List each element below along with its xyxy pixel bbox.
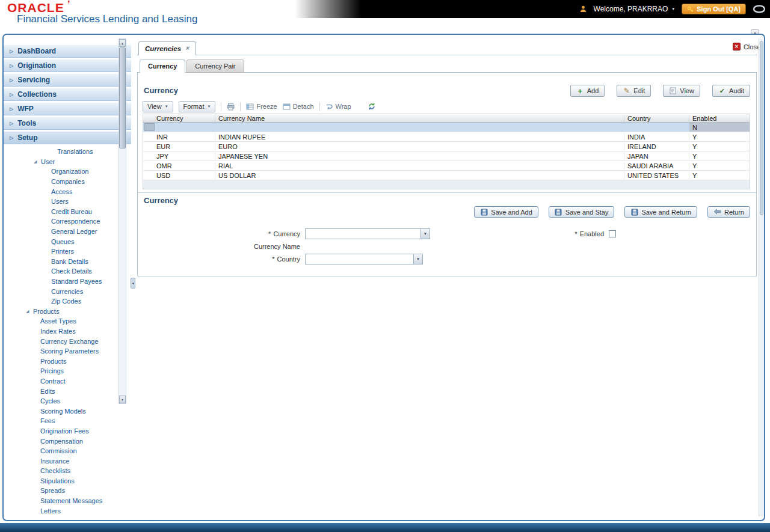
save-and-stay-button[interactable]: Save and Stay: [549, 206, 615, 218]
sidebar-item-servicing[interactable]: ▷Servicing: [4, 73, 131, 87]
save-and-add-button[interactable]: Save and Add: [474, 206, 538, 218]
audit-button[interactable]: ✔ Audit: [712, 85, 750, 97]
tab-currency[interactable]: Currency: [140, 60, 185, 73]
column-header-enabled[interactable]: Enabled: [689, 115, 750, 122]
tree-item-insurance[interactable]: Insurance: [4, 456, 131, 466]
tree-item-currencies[interactable]: Currencies: [4, 286, 131, 296]
column-header-country[interactable]: Country: [624, 115, 689, 122]
detach-button[interactable]: Detach: [283, 103, 314, 111]
tree-item-asset-types[interactable]: Asset Types: [4, 316, 131, 326]
edit-button[interactable]: ✎ Edit: [617, 85, 651, 97]
table-row[interactable]: USDUS DOLLARUNITED STATESY: [143, 171, 750, 180]
tree-item-stipulations[interactable]: Stipulations: [4, 476, 131, 486]
save-icon: [555, 208, 562, 216]
scrollbar-thumb[interactable]: [760, 41, 763, 215]
tree-item-bank-details[interactable]: Bank Details: [4, 257, 131, 267]
print-button[interactable]: [227, 103, 235, 111]
table-row[interactable]: EUREUROIRELANDY: [143, 142, 750, 151]
tree-item-commission[interactable]: Commission: [4, 446, 131, 456]
tree-item-check-details[interactable]: Check Details: [4, 266, 131, 277]
tree-item-currency-exchange[interactable]: Currency Exchange: [4, 336, 131, 346]
tree-item-correspondence[interactable]: Correspondence: [4, 216, 131, 227]
view-menu-button[interactable]: View ▼: [143, 101, 173, 112]
scroll-down-button[interactable]: ▼: [119, 396, 126, 403]
audit-button-label: Audit: [729, 87, 744, 94]
close-label: Close: [744, 43, 760, 50]
sign-out-button[interactable]: Sign Out [QA]: [682, 4, 746, 14]
wrap-button[interactable]: Wrap: [325, 103, 351, 111]
enabled-checkbox[interactable]: [609, 230, 616, 237]
tree-item-edits[interactable]: Edits: [4, 386, 131, 396]
tree-item-origination-fees[interactable]: Origination Fees: [4, 426, 131, 436]
table-row[interactable]: INRINDIAN RUPEEINDIAY: [143, 132, 750, 142]
tree-item-users[interactable]: Users: [4, 197, 131, 207]
tree-item-statement-messages[interactable]: Statement Messages: [4, 496, 131, 506]
tree-item-companies[interactable]: Companies: [4, 177, 131, 187]
tree-item-queues[interactable]: Queues: [4, 236, 131, 246]
tree-expand-icon[interactable]: ◢: [34, 159, 41, 164]
sidebar-item-tools[interactable]: ▷Tools: [4, 117, 131, 130]
tree-item-spreads[interactable]: Spreads: [4, 486, 131, 496]
currency-dropdown: ▼: [305, 228, 430, 239]
scrollbar-thumb[interactable]: [119, 47, 126, 148]
sidebar-item-dashboard[interactable]: ▷DashBoard: [4, 44, 131, 58]
tree-item-cycles[interactable]: Cycles: [4, 396, 131, 406]
tree-item-pricings[interactable]: Pricings: [4, 366, 131, 376]
view-button-label: View: [680, 87, 694, 94]
tree-item-products[interactable]: ◢Products: [4, 307, 131, 317]
refresh-button[interactable]: [368, 102, 376, 111]
tree-item-zip-codes[interactable]: Zip Codes: [4, 296, 131, 307]
wrap-label: Wrap: [336, 103, 351, 110]
country-input[interactable]: [305, 254, 413, 264]
sidebar-item-origination[interactable]: ▷Origination: [4, 59, 131, 72]
user-menu[interactable]: Welcome, PRAKRRAO ▼: [594, 5, 676, 13]
tab-currency-pair[interactable]: Currency Pair: [186, 60, 244, 73]
tree-item-scoring-models[interactable]: Scoring Models: [4, 406, 131, 416]
tab-close-icon[interactable]: ✕: [185, 46, 189, 51]
tree-item-products[interactable]: Products: [4, 356, 131, 366]
tree-item-access[interactable]: Access: [4, 186, 131, 197]
add-button[interactable]: + Add: [570, 85, 605, 97]
sidebar-item-setup[interactable]: ▷Setup: [4, 131, 131, 144]
tree-item-general-ledger[interactable]: General Ledger: [4, 227, 131, 237]
tree-item-credit-bureau[interactable]: Credit Bureau: [4, 207, 131, 217]
sidebar-item-wfp[interactable]: ▷WFP: [4, 102, 131, 115]
power-icon[interactable]: [753, 5, 766, 13]
return-button[interactable]: Return: [707, 206, 750, 218]
tree-item-letters[interactable]: Letters: [4, 506, 131, 516]
tree-item-label: User: [41, 158, 55, 165]
freeze-button[interactable]: Freeze: [246, 103, 277, 111]
table-row[interactable]: OMRRIALSAUDI ARABIAY: [143, 161, 750, 171]
sign-out-label: Sign Out [QA]: [697, 5, 741, 13]
tree-item-fees[interactable]: Fees: [4, 416, 131, 426]
table-cell: JAPAN: [624, 153, 689, 160]
tree-item-scoring-parameters[interactable]: Scoring Parameters: [4, 346, 131, 356]
dropdown-button[interactable]: ▼: [420, 228, 430, 239]
tree-item-label: Products: [40, 358, 66, 365]
tree-item-standard-payees[interactable]: Standard Payees: [4, 277, 131, 287]
tree-item-index-rates[interactable]: Index Rates: [4, 326, 131, 337]
format-menu-button[interactable]: Format ▼: [179, 101, 216, 112]
sidebar-item-collections[interactable]: ▷Collections: [4, 88, 131, 101]
currency-input[interactable]: [305, 228, 420, 239]
tree-item-user[interactable]: ◢User: [4, 157, 131, 167]
tree-item-compensation[interactable]: Compensation: [4, 436, 131, 446]
table-row[interactable]: N: [143, 123, 750, 132]
tree-expand-icon[interactable]: ◢: [26, 309, 33, 314]
tree-item-printers[interactable]: Printers: [4, 246, 131, 257]
table-row[interactable]: JPYJAPANESE YENJAPANY: [143, 151, 750, 161]
save-and-return-button[interactable]: Save and Return: [624, 206, 697, 218]
scroll-up-button[interactable]: ▲: [119, 39, 126, 47]
tab-currencies[interactable]: Currencies ✕: [138, 41, 196, 55]
edit-button-label: Edit: [633, 87, 645, 94]
tree-item-organization[interactable]: Organization: [4, 167, 131, 177]
column-header-currency[interactable]: Currency: [143, 115, 215, 122]
check-icon: ✔: [718, 87, 726, 95]
tree-item-translations[interactable]: Translations: [4, 147, 131, 157]
view-button[interactable]: View: [663, 85, 700, 97]
dropdown-button[interactable]: ▼: [413, 254, 423, 264]
column-header-currency-name[interactable]: Currency Name: [215, 115, 624, 122]
close-button[interactable]: ✕ Close: [733, 43, 760, 50]
tree-item-contract[interactable]: Contract: [4, 376, 131, 387]
tree-item-checklists[interactable]: Checklists: [4, 466, 131, 476]
